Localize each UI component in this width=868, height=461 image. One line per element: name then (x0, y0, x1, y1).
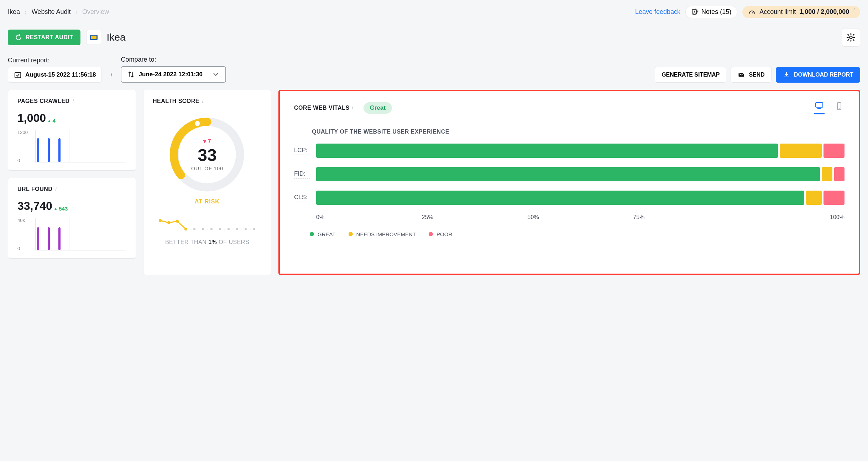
cwv-label-fid: FID: (294, 170, 310, 178)
health-gauge: ▾ 7 33 OUT OF 100 (166, 114, 248, 196)
svg-point-9 (176, 220, 179, 223)
current-report-picker[interactable]: August-15 2022 11:56:18 (8, 67, 102, 83)
info-icon[interactable]: i (853, 7, 854, 12)
cwv-bar-lcp[interactable] (316, 144, 845, 158)
svg-point-14 (210, 228, 213, 230)
pages-crawled-value: 1,000 (17, 112, 46, 124)
svg-point-2 (849, 36, 852, 39)
limit-label: Account limit (759, 8, 796, 16)
pages-crawled-delta: ▲4 (48, 118, 56, 124)
url-found-card: URL FOUND i 33,740 ▲543 40k 0 (8, 178, 136, 259)
breadcrumb-page: Overview (82, 8, 109, 16)
download-icon (783, 72, 790, 78)
pages-crawled-chart: 1200 0 (17, 130, 126, 162)
chevron-down-icon (212, 71, 220, 78)
current-report-field: Current report: August-15 2022 11:56:18 (8, 57, 102, 83)
info-icon[interactable]: i (73, 98, 74, 104)
calendar-check-icon (14, 71, 22, 79)
sort-icon (127, 71, 135, 78)
info-icon[interactable]: i (202, 98, 203, 104)
cwv-subtitle: QUALITY OF THE WEBSITE USER EXPERIENCE (312, 129, 845, 135)
health-score-title: HEALTH SCORE (153, 98, 199, 104)
refresh-icon (15, 34, 22, 41)
svg-point-15 (219, 228, 221, 230)
svg-rect-3 (15, 73, 21, 78)
svg-point-16 (228, 228, 230, 230)
settings-button[interactable] (842, 28, 860, 47)
generate-sitemap-button[interactable]: GENERATE SITEMAP (655, 67, 726, 83)
compare-label: Compare to: (121, 56, 226, 63)
desktop-icon (814, 101, 825, 110)
breadcrumb: Ikea › Website Audit › Overview (8, 8, 109, 16)
cwv-bar-fid[interactable] (316, 167, 845, 181)
health-out-of: OUT OF 100 (191, 166, 223, 171)
cwv-label-cls: CLS: (294, 194, 310, 202)
separator: / (109, 72, 114, 83)
breadcrumb-project[interactable]: Ikea (8, 8, 20, 16)
send-button[interactable]: SEND (731, 67, 771, 83)
cwv-row-cls: CLS: (294, 191, 845, 205)
cwv-label-lcp: LCP: (294, 147, 310, 155)
project-logo (86, 30, 101, 45)
mobile-icon (834, 102, 845, 110)
device-mobile-tab[interactable] (834, 102, 845, 114)
pages-crawled-title: PAGES CRAWLED (17, 98, 70, 104)
restart-audit-button[interactable]: RESTART AUDIT (8, 30, 80, 45)
mail-icon (737, 72, 745, 78)
cwv-axis: 0%25%50%75%100% (316, 214, 845, 221)
svg-point-13 (202, 228, 204, 230)
svg-rect-20 (816, 103, 823, 107)
breadcrumb-section[interactable]: Website Audit (32, 8, 71, 16)
pages-crawled-card: PAGES CRAWLED i 1,000 ▲4 1200 0 (8, 90, 136, 171)
health-score: 33 (198, 145, 216, 165)
url-found-delta: ▲543 (54, 206, 68, 212)
url-found-title: URL FOUND (17, 186, 52, 192)
notes-label: Notes (15) (701, 8, 731, 16)
cwv-status-badge: Great (364, 102, 392, 114)
core-web-vitals-card: CORE WEB VITALS i Great QUALITY OF THE W… (278, 90, 860, 275)
health-score-card: HEALTH SCORE i ▾ 7 33 OUT OF 100 AT RISK… (143, 90, 271, 275)
edit-note-icon (691, 9, 699, 16)
account-limit-pill[interactable]: Account limit 1,000 / 2,000,000 i (742, 6, 860, 18)
cwv-title: CORE WEB VITALS (294, 105, 350, 111)
current-report-label: Current report: (8, 57, 102, 64)
restart-label: RESTART AUDIT (26, 34, 73, 41)
current-report-value: August-15 2022 11:56:18 (25, 71, 96, 78)
svg-line-1 (752, 12, 754, 14)
gauge-icon (748, 8, 756, 16)
chevron-right-icon: › (75, 9, 77, 15)
leave-feedback-link[interactable]: Leave feedback (635, 8, 680, 16)
page-title: Ikea (107, 32, 126, 43)
compare-value: June-24 2022 12:01:30 (138, 71, 203, 78)
url-found-value: 33,740 (17, 200, 52, 212)
svg-point-19 (253, 228, 255, 230)
limit-value: 1,000 / 2,000,000 (799, 8, 849, 16)
cwv-row-fid: FID: (294, 167, 845, 181)
svg-point-7 (159, 219, 162, 222)
gear-icon (846, 33, 856, 42)
svg-point-18 (245, 228, 247, 230)
info-icon[interactable]: i (352, 105, 353, 111)
cwv-legend: GREAT NEEDS IMPROVEMENT POOR (310, 231, 845, 237)
notes-button[interactable]: Notes (15) (685, 6, 737, 18)
svg-point-23 (839, 108, 840, 109)
svg-point-12 (193, 228, 195, 230)
chevron-right-icon: › (25, 9, 27, 15)
cwv-bar-cls[interactable] (316, 191, 845, 205)
device-desktop-tab[interactable] (814, 101, 825, 114)
health-status: AT RISK (153, 198, 262, 205)
compare-field: Compare to: June-24 2022 12:01:30 (121, 56, 226, 83)
svg-point-8 (167, 221, 170, 224)
url-found-chart: 40k 0 (17, 218, 126, 250)
health-benchmark: BETTER THAN 1% OF USERS (153, 239, 262, 245)
cwv-row-lcp: LCP: (294, 144, 845, 158)
svg-point-17 (236, 228, 238, 230)
compare-picker[interactable]: June-24 2022 12:01:30 (121, 66, 226, 83)
info-icon[interactable]: i (55, 186, 56, 192)
health-delta: ▾ 7 (203, 138, 211, 145)
health-trend-chart (157, 218, 257, 232)
download-report-button[interactable]: DOWNLOAD REPORT (776, 67, 860, 83)
